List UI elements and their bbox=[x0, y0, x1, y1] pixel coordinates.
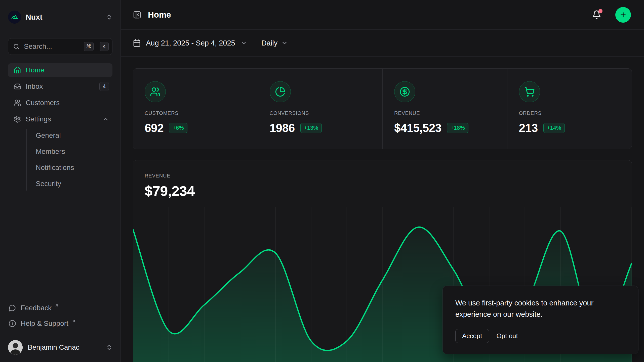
stat-delta-badge: +14% bbox=[543, 123, 565, 133]
cart-icon bbox=[519, 81, 540, 102]
sidebar-item-label: Settings bbox=[26, 115, 98, 123]
date-range-picker[interactable]: Aug 21, 2025 - Sep 4, 2025 bbox=[133, 39, 247, 47]
granularity-value: Daily bbox=[261, 39, 277, 47]
stat-label: REVENUE bbox=[394, 110, 496, 116]
sidebar-item-label: Inbox bbox=[26, 82, 95, 90]
nuxt-logo-icon bbox=[8, 11, 21, 24]
sidebar-item-members[interactable]: Members bbox=[35, 145, 112, 158]
search-input[interactable]: Search... ⌘ K bbox=[8, 38, 112, 55]
help-support-link[interactable]: Help & Support bbox=[8, 316, 112, 331]
sidebar-item-label: Home bbox=[26, 66, 109, 74]
stat-label: ORDERS bbox=[519, 110, 620, 116]
stat-value: $415,523 bbox=[394, 121, 441, 135]
chevron-up-icon bbox=[102, 116, 109, 122]
stat-value: 213 bbox=[519, 121, 538, 135]
feedback-link[interactable]: Feedback bbox=[8, 301, 112, 315]
notifications-button[interactable] bbox=[592, 10, 601, 19]
user-menu[interactable]: Benjamin Canac bbox=[8, 334, 112, 360]
notification-dot bbox=[598, 9, 602, 13]
sidebar-item-settings[interactable]: Settings bbox=[8, 112, 112, 126]
filters-toolbar: Aug 21, 2025 - Sep 4, 2025 Daily bbox=[121, 30, 644, 57]
user-name: Benjamin Canac bbox=[28, 343, 101, 351]
footer-link-label: Help & Support bbox=[21, 320, 68, 328]
cookie-message: We use first-party cookies to enhance yo… bbox=[455, 297, 626, 320]
inbox-count-badge: 4 bbox=[99, 82, 109, 91]
stat-delta-badge: +18% bbox=[447, 123, 468, 133]
users-icon bbox=[14, 99, 21, 107]
stat-value: 1986 bbox=[270, 121, 295, 135]
date-range-value: Aug 21, 2025 - Sep 4, 2025 bbox=[146, 39, 235, 47]
stat-label: CUSTOMERS bbox=[145, 110, 246, 116]
stat-label: CONVERSIONS bbox=[270, 110, 371, 116]
gear-icon bbox=[14, 115, 21, 123]
accept-button[interactable]: Accept bbox=[455, 329, 489, 343]
panel-left-close-icon[interactable] bbox=[133, 11, 141, 19]
kbd-k: K bbox=[100, 42, 109, 51]
external-link-icon bbox=[55, 303, 59, 308]
workspace-switcher[interactable]: Nuxt bbox=[8, 9, 112, 25]
external-link-icon bbox=[71, 319, 76, 323]
workspace-name: Nuxt bbox=[26, 13, 101, 21]
sidebar-item-label: Customers bbox=[26, 99, 109, 107]
page-header: Home bbox=[121, 0, 644, 30]
avatar bbox=[8, 340, 23, 355]
granularity-select[interactable]: Daily bbox=[261, 39, 288, 47]
stat-card-revenue[interactable]: REVENUE $415,523 +18% bbox=[382, 69, 507, 149]
chevrons-up-down-icon bbox=[106, 344, 112, 351]
message-circle-icon bbox=[9, 304, 16, 312]
sidebar-item-inbox[interactable]: Inbox 4 bbox=[8, 80, 112, 93]
stat-card-customers[interactable]: CUSTOMERS 692 +6% bbox=[133, 69, 258, 149]
stats-row: CUSTOMERS 692 +6% CONVERSIONS 1986 +13% bbox=[133, 68, 632, 149]
users-icon bbox=[145, 81, 166, 102]
chevron-down-icon bbox=[281, 39, 288, 47]
sidebar-nav: Home Inbox 4 Customers bbox=[8, 63, 112, 301]
main-panel: Home Aug 21, 2025 - Sep 4, 2025 bbox=[121, 0, 644, 362]
sidebar-item-general[interactable]: General bbox=[35, 129, 112, 142]
stat-value: 692 bbox=[145, 121, 164, 135]
sidebar-item-home[interactable]: Home bbox=[8, 63, 112, 77]
dollar-circle-icon bbox=[394, 81, 415, 102]
sidebar-item-security[interactable]: Security bbox=[35, 177, 112, 191]
calendar-icon bbox=[133, 39, 141, 47]
stat-delta-badge: +13% bbox=[300, 123, 322, 133]
pie-chart-icon bbox=[270, 81, 291, 102]
sidebar-item-customers[interactable]: Customers bbox=[8, 96, 112, 110]
stat-delta-badge: +6% bbox=[169, 123, 187, 133]
sidebar-item-notifications[interactable]: Notifications bbox=[35, 161, 112, 174]
sidebar-footer: Feedback Help & Support bbox=[8, 301, 112, 362]
inbox-icon bbox=[14, 83, 21, 90]
home-icon bbox=[14, 66, 21, 74]
sidebar: Nuxt Search... ⌘ K Home bbox=[0, 0, 121, 362]
chevrons-up-down-icon bbox=[106, 14, 112, 20]
chart-label: REVENUE bbox=[145, 173, 620, 179]
chart-total-value: $79,234 bbox=[145, 183, 620, 199]
cookie-banner: We use first-party cookies to enhance yo… bbox=[442, 286, 638, 354]
footer-link-label: Feedback bbox=[21, 304, 52, 312]
kbd-cmd: ⌘ bbox=[84, 42, 94, 51]
page-title: Home bbox=[148, 10, 585, 20]
stat-card-conversions[interactable]: CONVERSIONS 1986 +13% bbox=[258, 69, 383, 149]
add-button[interactable] bbox=[615, 7, 631, 23]
settings-subnav: General Members Notifications Security bbox=[26, 129, 112, 191]
search-icon bbox=[13, 43, 20, 50]
stat-card-orders[interactable]: ORDERS 213 +14% bbox=[507, 69, 632, 149]
search-placeholder: Search... bbox=[24, 42, 80, 51]
opt-out-button[interactable]: Opt out bbox=[497, 332, 518, 340]
info-circle-icon bbox=[9, 320, 16, 327]
chevron-down-icon bbox=[240, 39, 247, 47]
plus-icon bbox=[619, 11, 627, 19]
